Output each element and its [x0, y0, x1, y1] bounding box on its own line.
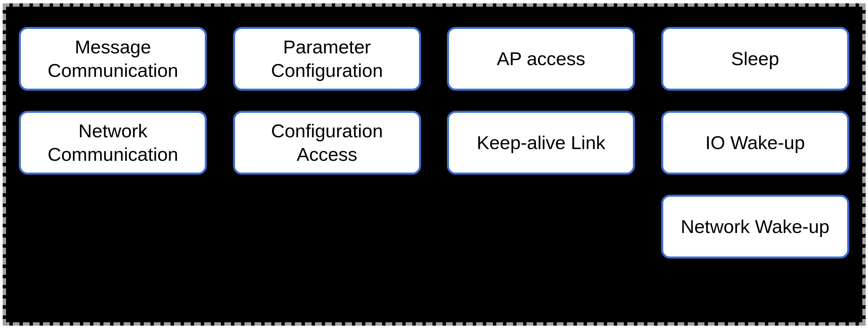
box-message-communication: Message Communication	[19, 27, 207, 91]
box-ap-access: AP access	[447, 27, 635, 91]
box-configuration-access: Configuration Access	[233, 111, 421, 174]
box-network-wake-up: Network Wake-up	[661, 195, 849, 259]
box-keep-alive-link: Keep-alive Link	[447, 111, 635, 174]
box-io-wake-up: IO Wake-up	[661, 111, 849, 174]
box-parameter-configuration: Parameter Configuration	[233, 27, 421, 91]
diagram-grid: Message Communication Parameter Configur…	[16, 27, 852, 259]
box-sleep: Sleep	[661, 27, 849, 91]
box-network-communication: Network Communication	[19, 111, 207, 174]
diagram-frame: Message Communication Parameter Configur…	[3, 3, 866, 326]
